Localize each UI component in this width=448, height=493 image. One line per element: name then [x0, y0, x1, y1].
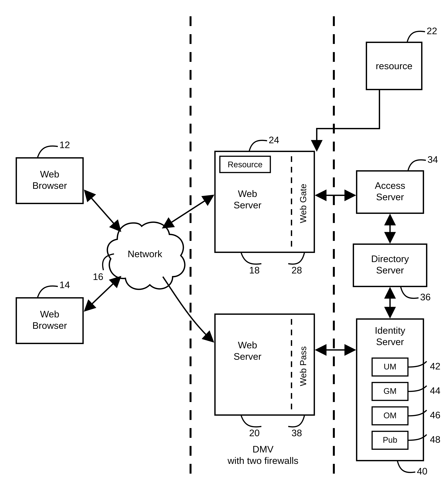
- network-label: Network: [128, 248, 162, 259]
- pub-label: Pub: [383, 435, 397, 445]
- caption-line2: with two firewalls: [227, 455, 298, 466]
- identity-server-label-l1: Identity: [375, 325, 405, 336]
- web-server-2-label-l1: Web: [238, 340, 257, 350]
- om-ref: 46: [430, 410, 440, 420]
- web-server-1-label-l2: Server: [234, 200, 262, 210]
- diagram-canvas: Web Browser 12 Web Browser 14 Network 16…: [0, 0, 448, 493]
- web-browser-2-label-l2: Browser: [32, 320, 67, 331]
- web-server-1-ref: 18: [249, 265, 260, 275]
- web-server-1: Resource Web Gate Web Server 18 28 24: [215, 134, 314, 275]
- gm-label: GM: [383, 387, 397, 396]
- web-server-2-ref: 20: [249, 427, 260, 438]
- web-browser-2-ref: 14: [59, 280, 70, 290]
- pub-ref: 48: [430, 434, 440, 445]
- access-server-label-l1: Access: [375, 180, 405, 191]
- network-ref: 16: [93, 271, 103, 282]
- directory-server-label-l1: Directory: [371, 253, 409, 264]
- access-server-label-l2: Server: [376, 191, 404, 202]
- network-cloud: Network 16: [93, 222, 185, 289]
- resource-inner-ref: 24: [269, 134, 279, 145]
- resource-box: resource 22: [367, 25, 437, 90]
- caption-line1: DMV: [253, 444, 274, 454]
- web-pass-label: Web Pass: [298, 346, 308, 386]
- web-browser-2: Web Browser 14: [16, 280, 83, 343]
- web-server-2: Web Pass Web Server 20 38: [215, 314, 314, 438]
- web-browser-1-label-l2: Browser: [32, 180, 67, 191]
- resource-label: resource: [376, 61, 413, 71]
- resource-ref: 22: [427, 25, 437, 36]
- um-label: UM: [384, 362, 396, 371]
- web-browser-2-label-l1: Web: [40, 309, 59, 319]
- web-browser-1-label-l1: Web: [40, 169, 59, 179]
- access-server-ref: 34: [427, 154, 438, 165]
- identity-server: Identity Server UM 42 GM 44 OM 46 Pub 48…: [357, 319, 440, 476]
- directory-server-label-l2: Server: [376, 265, 404, 275]
- web-pass-ref: 38: [291, 427, 302, 438]
- edge-browser1-network: [85, 190, 121, 231]
- web-server-2-label-l2: Server: [234, 351, 262, 362]
- access-server: Access Server 34: [357, 154, 438, 213]
- edge-network-webserver1: [163, 195, 213, 228]
- directory-server: Directory Server 36: [353, 244, 431, 302]
- edge-network-webserver2: [163, 277, 213, 342]
- directory-server-ref: 36: [420, 292, 431, 302]
- identity-server-label-l2: Server: [376, 336, 404, 347]
- om-label: OM: [383, 411, 397, 420]
- web-browser-1-ref: 12: [59, 139, 70, 150]
- identity-server-ref: 40: [417, 466, 427, 476]
- web-gate-ref: 28: [291, 265, 302, 275]
- web-browser-1: Web Browser 12: [16, 139, 83, 203]
- web-server-1-label-l1: Web: [238, 188, 257, 199]
- gm-ref: 44: [430, 385, 440, 396]
- um-ref: 42: [430, 361, 440, 371]
- resource-inner-label: Resource: [228, 160, 263, 169]
- edge-resource-webserver1: [317, 90, 379, 151]
- web-gate-label: Web Gate: [298, 184, 308, 223]
